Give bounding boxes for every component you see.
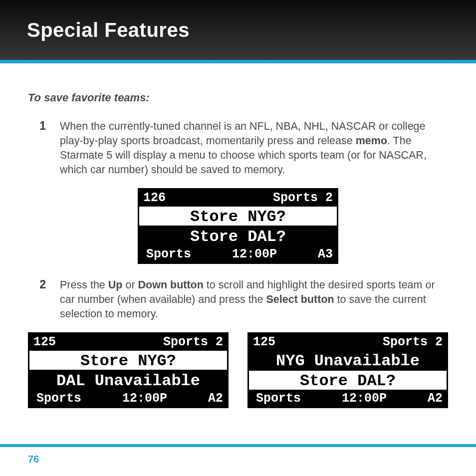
lcd-display-left: 125 Sports 2 Store NYG? DAL Unavailable …: [28, 332, 229, 408]
lcd-top-bar: 125 Sports 2: [29, 334, 227, 350]
footer-divider: [0, 444, 476, 447]
lcd-bottom-bar: Sports 12:00P A3: [139, 245, 337, 262]
step-number: 2: [28, 278, 60, 321]
lcd-signal-group: Sports: [143, 247, 191, 261]
lcd-preset: A3: [318, 247, 333, 261]
lcd-line-1: NYG Unavailable: [249, 350, 447, 370]
header-divider: [0, 60, 476, 63]
lcd-time: 12:00P: [194, 247, 315, 261]
lcd-row: 125 Sports 2 Store NYG? DAL Unavailable …: [28, 332, 448, 408]
lcd-bottom-bar: Sports 12:00P A2: [29, 390, 227, 407]
lcd-display: 126 Sports 2 Store NYG? Store DAL? Sport…: [138, 188, 338, 264]
step-1: 1 When the currently-tuned channel is an…: [28, 119, 448, 177]
step-text: When the currently-tuned channel is an N…: [60, 119, 448, 177]
lcd-signal-group: Sports: [33, 391, 81, 406]
section-subhead: To save favorite teams:: [28, 91, 448, 104]
lcd-channel-number: 125: [33, 335, 56, 349]
lcd-channel-number: 126: [143, 191, 166, 205]
lcd-screenshot-main: 126 Sports 2 Store NYG? Store DAL? Sport…: [28, 188, 448, 264]
lcd-time: 12:00P: [304, 391, 425, 406]
lcd-line-2: Store DAL?: [139, 226, 337, 245]
lcd-category: Sports: [146, 247, 191, 261]
lcd-line-1: Store NYG?: [29, 350, 227, 370]
lcd-top-bar: 125 Sports 2: [249, 334, 447, 350]
lcd-top-bar: 126 Sports 2: [139, 190, 337, 206]
page-title: Special Features: [27, 19, 190, 41]
lcd-time: 12:00P: [84, 391, 205, 406]
lcd-line-1: Store NYG?: [139, 206, 337, 226]
lcd-preset: A2: [428, 391, 443, 406]
lcd-channel-name: Sports 2: [163, 335, 223, 349]
lcd-channel-name: Sports 2: [383, 335, 443, 349]
lcd-category: Sports: [256, 391, 301, 406]
steps-list: 1 When the currently-tuned channel is an…: [28, 119, 448, 321]
step-2: 2 Press the Up or Down button to scroll …: [28, 278, 448, 321]
header-band: Special Features: [0, 0, 476, 60]
lcd-signal-group: Sports: [253, 391, 301, 406]
lcd-bottom-bar: Sports 12:00P A2: [249, 390, 447, 407]
page-number: 76: [28, 454, 39, 465]
lcd-category: Sports: [36, 391, 81, 406]
lcd-line-2: Store DAL?: [249, 370, 447, 390]
step-number: 1: [28, 119, 60, 177]
lcd-channel-number: 125: [253, 335, 275, 349]
lcd-channel-name: Sports 2: [273, 191, 333, 205]
step-text: Press the Up or Down button to scroll an…: [60, 278, 448, 321]
content-area: To save favorite teams: 1 When the curre…: [0, 63, 476, 408]
lcd-line-2: DAL Unavailable: [29, 370, 227, 390]
lcd-preset: A2: [208, 391, 223, 406]
lcd-display-right: 125 Sports 2 NYG Unavailable Store DAL? …: [247, 332, 448, 408]
